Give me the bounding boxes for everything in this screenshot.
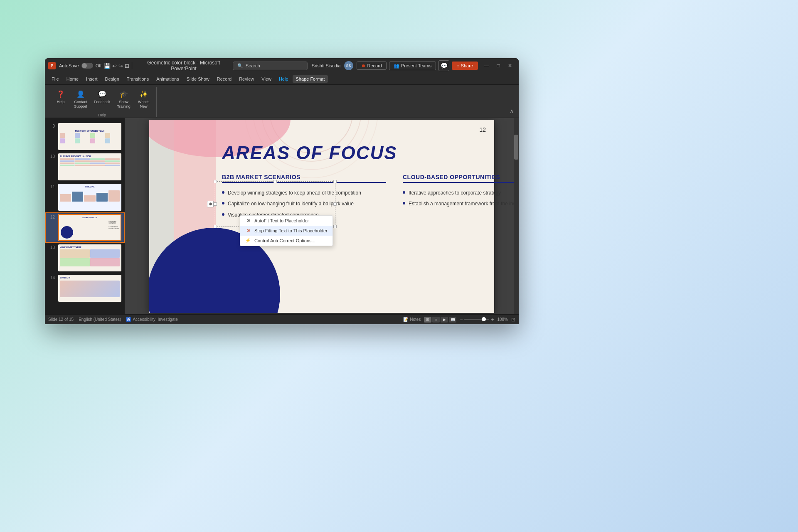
zoom-level: 108%	[497, 317, 508, 322]
context-menu: ⊙ AutoFit Text to Placeholder ⊙ Stop Fit…	[240, 215, 333, 246]
menu-record[interactable]: Record	[214, 75, 235, 83]
autosave-toggle[interactable]	[81, 63, 93, 69]
teams-icon: 👥	[394, 63, 399, 69]
record-dot: ⏺	[361, 63, 366, 68]
autosave-area: AutoSave Off	[59, 63, 101, 69]
menu-animations[interactable]: Animations	[153, 75, 182, 83]
redo-icon[interactable]: ↪	[118, 63, 123, 69]
menu-design[interactable]: Design	[102, 75, 123, 83]
help-icon: ❓	[56, 89, 66, 99]
view-icons: ⊞ ≡ ▶ 📖	[424, 317, 456, 323]
zoom-control[interactable]: − + 108%	[460, 317, 508, 323]
slide-thumb-13: HOW WE GET THERE	[58, 244, 121, 271]
slide-9-title: MEET OUR EXTENDED TEAM	[75, 130, 105, 132]
context-menu-item-stop-fitting[interactable]: ⊙ Stop Fitting Text to This Placeholder	[240, 226, 332, 236]
ribbon-btn-whatsnew[interactable]: ✨ What'sNew	[135, 87, 153, 111]
slide-item-12[interactable]: 12 AREAS OF FOCUS B2B MARKETSCENARIOSCLO…	[45, 212, 125, 243]
slide-item-13[interactable]: 13 HOW WE GET THERE	[45, 243, 125, 273]
handle-top-right[interactable]	[333, 180, 337, 183]
handle-mid-left[interactable]	[214, 202, 217, 206]
powerpoint-window: P AutoSave Off 💾 ↩ ↪ ⊞ Geometric color b…	[45, 58, 519, 324]
record-button[interactable]: ⏺ Record	[357, 62, 387, 70]
menu-file[interactable]: File	[48, 75, 62, 83]
chat-button[interactable]: 💬	[438, 60, 449, 71]
slide-13-title: HOW WE GET THERE	[60, 246, 120, 249]
menu-view[interactable]: View	[258, 75, 275, 83]
contact-icon: 👤	[76, 89, 86, 99]
ribbon-btn-training[interactable]: 🎓 ShowTraining	[115, 87, 133, 111]
autofit-label: AutoFit Text to Placeholder	[254, 218, 309, 223]
reading-view-icon[interactable]: 📖	[449, 317, 456, 323]
ribbon-group-name-help: Help	[99, 113, 106, 117]
ribbon-collapse-button[interactable]: ∧	[508, 107, 515, 115]
menu-insert[interactable]: Insert	[83, 75, 101, 83]
maximize-button[interactable]: □	[493, 60, 504, 71]
customize-icon[interactable]: ⊞	[125, 63, 129, 69]
slide-item-14[interactable]: 14 SUMMARY	[45, 273, 125, 303]
menu-home[interactable]: Home	[63, 75, 82, 83]
present-teams-button[interactable]: 👥 Present Teams	[389, 62, 436, 70]
slide-11-title: TIMELINE	[60, 185, 120, 188]
autocorrect-icon: ⚡	[245, 238, 251, 244]
handle-bottom-right[interactable]	[333, 225, 337, 228]
whatsnew-icon: ✨	[139, 89, 149, 99]
zoom-slider-thumb[interactable]	[482, 317, 486, 321]
slide-title[interactable]: AREAS OF FOCUS	[222, 143, 397, 163]
minimize-button[interactable]: —	[481, 60, 492, 71]
undo-icon[interactable]: ↩	[112, 63, 117, 69]
vertical-scrollbar[interactable]	[514, 118, 519, 314]
slide-panel[interactable]: 9 MEET OUR EXTENDED TEAM	[45, 118, 125, 314]
bullet-dot	[403, 191, 405, 194]
zoom-slider[interactable]	[464, 319, 489, 320]
slide-item-10[interactable]: 10 PLAN FOR PRODUCT LAUNCH	[45, 152, 125, 182]
expand-resize-icon[interactable]: ⊕	[207, 201, 214, 207]
normal-view-icon[interactable]: ⊞	[424, 317, 431, 323]
slide-10-rows	[60, 158, 120, 166]
close-button[interactable]: ✕	[505, 60, 515, 71]
ribbon-btn-help[interactable]: ❓ Help	[52, 87, 70, 111]
menu-help[interactable]: Help	[276, 75, 292, 83]
handle-mid-right[interactable]	[333, 202, 337, 206]
search-area[interactable]: 🔍 Search	[233, 62, 308, 70]
menu-transitions[interactable]: Transitions	[123, 75, 152, 83]
slide-number-9: 9	[48, 123, 55, 128]
user-avatar[interactable]: SS	[344, 61, 353, 70]
fit-slide-icon[interactable]: ⊡	[511, 317, 515, 323]
accessibility-info[interactable]: ♿ Accessibility: Investigate	[126, 317, 177, 322]
save-icon[interactable]: 💾	[104, 63, 111, 69]
slide-13-content	[60, 249, 120, 266]
slideshow-view-icon[interactable]: ▶	[441, 317, 448, 323]
zoom-in-icon[interactable]: +	[491, 317, 494, 323]
handle-bottom-left[interactable]	[214, 225, 217, 228]
menu-shape-format[interactable]: Shape Format	[293, 75, 328, 83]
zoom-out-icon[interactable]: −	[460, 317, 463, 323]
scrollbar-thumb[interactable]	[514, 135, 518, 160]
training-icon: 🎓	[119, 89, 129, 99]
bullet-item: Establish a management framework from th…	[403, 200, 519, 207]
bullet-dot	[403, 202, 405, 204]
handle-top-mid[interactable]	[273, 180, 277, 183]
outline-view-icon[interactable]: ≡	[432, 317, 440, 323]
slide-number-13: 13	[48, 244, 55, 250]
ribbon-btn-contact[interactable]: 👤 ContactSupport	[71, 87, 90, 111]
slide-12-text: B2B MARKETSCENARIOSCLOUD-BASEDOPPORTUNIT…	[109, 221, 119, 229]
slide-item-9[interactable]: 9 MEET OUR EXTENDED TEAM	[45, 121, 125, 152]
notes-button[interactable]: 📝 Notes	[403, 317, 421, 322]
slide-canvas[interactable]: 12 AREAS OF FOCUS B2B MARKET SCENARIOS D…	[149, 120, 494, 313]
slide-item-11[interactable]: 11 TIMELINE	[45, 182, 125, 212]
stop-fitting-label: Stop Fitting Text to This Placeholder	[254, 228, 328, 233]
user-name: Srishti Sisodia	[312, 63, 341, 68]
menu-review[interactable]: Review	[236, 75, 257, 83]
menu-slideshow[interactable]: Slide Show	[183, 75, 213, 83]
ribbon-btn-feedback[interactable]: 💬 Feedback	[91, 87, 113, 111]
accessibility-icon: ♿	[126, 317, 131, 322]
column-right: CLOUD-BASED OPPORTUNITIES Iterative appr…	[403, 174, 519, 223]
handle-top-left[interactable]	[214, 180, 217, 183]
context-menu-item-autocorrect[interactable]: ⚡ Control AutoCorrect Options...	[240, 236, 332, 246]
slide-thumb-10: PLAN FOR PRODUCT LAUNCH	[58, 153, 121, 180]
share-button[interactable]: ↑ Share	[452, 62, 478, 70]
slide-number-14: 14	[48, 275, 55, 280]
slide-number-11: 11	[48, 184, 55, 189]
autosave-state: Off	[96, 63, 101, 68]
context-menu-item-autofit[interactable]: ⊙ AutoFit Text to Placeholder	[240, 216, 332, 226]
